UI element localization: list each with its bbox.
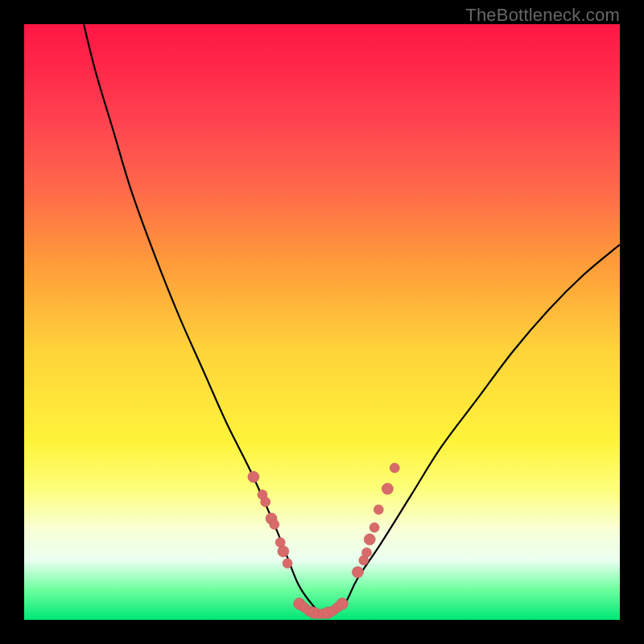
data-marker: [364, 534, 375, 545]
data-marker: [374, 505, 383, 514]
watermark-label: TheBottleneck.com: [465, 5, 620, 26]
curve-layer: [24, 24, 620, 620]
data-marker: [261, 497, 270, 506]
data-marker: [362, 547, 372, 557]
data-marker: [352, 567, 363, 578]
data-marker: [283, 559, 292, 568]
markers-left: [248, 471, 292, 568]
data-marker: [369, 522, 379, 532]
data-marker: [382, 483, 393, 494]
chart-frame: TheBottleneck.com: [0, 0, 644, 644]
data-marker: [278, 546, 289, 557]
data-marker: [390, 463, 399, 473]
data-marker: [270, 520, 279, 530]
markers-bottom: [294, 598, 349, 619]
plot-area: [24, 24, 620, 620]
markers-right: [352, 463, 399, 578]
data-marker: [336, 598, 348, 609]
data-marker: [248, 471, 259, 482]
bottleneck-curve: [84, 24, 620, 616]
